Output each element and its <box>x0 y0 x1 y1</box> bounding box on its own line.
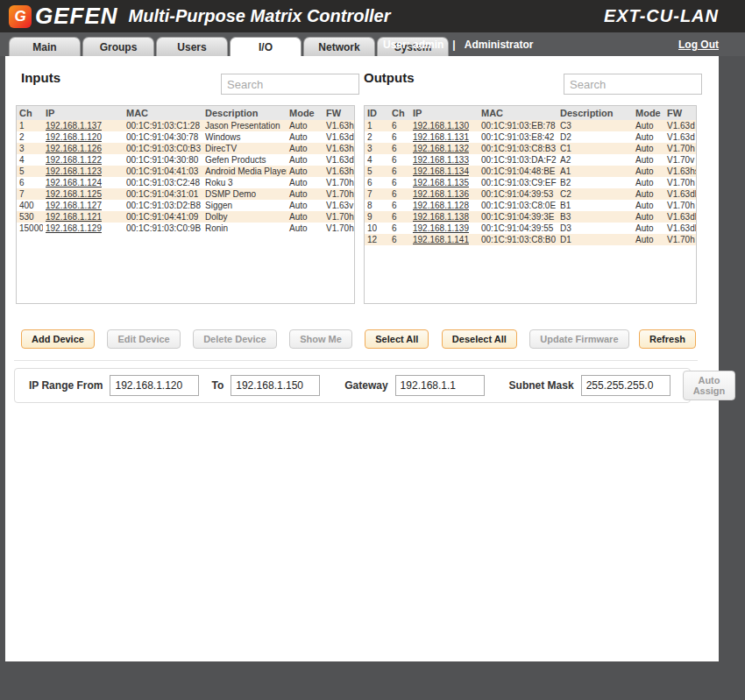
cell-ip[interactable]: 192.168.1.125 <box>43 188 124 200</box>
table-row[interactable]: 126192.168.1.14100:1C:91:03:C8:B0D1AutoV… <box>365 234 696 245</box>
cell-ip[interactable]: 192.168.1.131 <box>410 131 479 143</box>
column-header[interactable]: Description <box>202 106 287 120</box>
update-firmware-button[interactable]: Update Firmware <box>529 329 628 349</box>
device-ip-link[interactable]: 192.168.1.137 <box>46 121 102 131</box>
deselect-all-button[interactable]: Deselect All <box>442 329 517 349</box>
cell-ip[interactable]: 192.168.1.135 <box>410 177 479 188</box>
device-ip-link[interactable]: 192.168.1.131 <box>413 132 469 142</box>
cell-ip[interactable]: 192.168.1.138 <box>410 211 479 223</box>
device-ip-link[interactable]: 192.168.1.136 <box>413 189 469 199</box>
inputs-table: ChIPMACDescriptionModeFW 1192.168.1.1370… <box>16 105 355 304</box>
table-row[interactable]: 400192.168.1.12700:1C:91:03:D2:B8SiggenA… <box>17 200 354 211</box>
cell-ip[interactable]: 192.168.1.127 <box>43 200 124 211</box>
table-row[interactable]: 2192.168.1.12000:1C:91:04:30:78WindowsAu… <box>17 131 354 143</box>
table-row[interactable]: 66192.168.1.13500:1C:91:03:C9:EFB2AutoV1… <box>365 177 696 188</box>
device-ip-link[interactable]: 192.168.1.128 <box>413 201 469 210</box>
table-row[interactable]: 4192.168.1.12200:1C:91:04:30:80Gefen Pro… <box>17 154 354 166</box>
device-ip-link[interactable]: 192.168.1.125 <box>46 189 102 199</box>
table-row[interactable]: 1192.168.1.13700:1C:91:03:C1:28Jason Pre… <box>17 120 354 131</box>
column-header[interactable]: Mode <box>287 106 323 120</box>
column-header[interactable]: Mode <box>633 106 664 120</box>
device-ip-link[interactable]: 192.168.1.134 <box>413 166 469 176</box>
ip-range-from-field[interactable] <box>110 375 199 396</box>
column-header[interactable]: IP <box>410 106 479 120</box>
table-row[interactable]: 46192.168.1.13300:1C:91:03:DA:F2A2AutoV1… <box>365 154 696 166</box>
cell-ip[interactable]: 192.168.1.123 <box>43 166 124 177</box>
cell-ip[interactable]: 192.168.1.133 <box>410 154 479 166</box>
table-row[interactable]: 106192.168.1.13900:1C:91:04:39:55D3AutoV… <box>365 223 696 234</box>
device-ip-link[interactable]: 192.168.1.130 <box>413 121 469 131</box>
cell-ip[interactable]: 192.168.1.134 <box>410 166 479 177</box>
column-header[interactable]: Description <box>557 106 633 120</box>
delete-device-button[interactable]: Delete Device <box>193 329 277 349</box>
device-ip-link[interactable]: 192.168.1.122 <box>46 155 102 165</box>
cell-ip[interactable]: 192.168.1.132 <box>410 143 479 154</box>
table-row[interactable]: 3192.168.1.12600:1C:91:03:C0:B3DirecTVAu… <box>17 143 354 154</box>
tab-network[interactable]: Network <box>303 37 375 56</box>
auto-assign-button[interactable]: Auto Assign <box>683 371 736 400</box>
add-device-button[interactable]: Add Device <box>21 329 95 349</box>
device-ip-link[interactable]: 192.168.1.120 <box>46 132 102 142</box>
subnet-mask-field[interactable] <box>581 375 670 396</box>
device-ip-link[interactable]: 192.168.1.132 <box>413 144 469 153</box>
cell-mode: Auto <box>633 166 664 177</box>
cell-ip[interactable]: 192.168.1.130 <box>410 120 479 131</box>
cell-ip[interactable]: 192.168.1.126 <box>43 143 124 154</box>
cell-ip[interactable]: 192.168.1.128 <box>410 200 479 211</box>
tab-main[interactable]: Main <box>9 37 81 56</box>
table-row[interactable]: 6192.168.1.12400:1C:91:03:C2:48Roku 3Aut… <box>17 177 354 188</box>
device-ip-link[interactable]: 192.168.1.138 <box>413 212 469 222</box>
column-header[interactable]: Ch <box>17 106 43 120</box>
table-row[interactable]: 16192.168.1.13000:1C:91:03:EB:78C3AutoV1… <box>365 120 696 131</box>
outputs-header-row: IDChIPMACDescriptionModeFW <box>365 106 696 120</box>
column-header[interactable]: ID <box>365 106 389 120</box>
device-ip-link[interactable]: 192.168.1.126 <box>46 144 102 153</box>
cell-ip[interactable]: 192.168.1.137 <box>43 120 124 131</box>
cell-ip[interactable]: 192.168.1.129 <box>43 223 124 234</box>
tab-users[interactable]: Users <box>156 37 228 56</box>
tab-io[interactable]: I/O <box>230 37 302 56</box>
device-ip-link[interactable]: 192.168.1.141 <box>413 235 469 244</box>
cell-ip[interactable]: 192.168.1.139 <box>410 223 479 234</box>
device-ip-link[interactable]: 192.168.1.124 <box>46 178 102 187</box>
cell-ip[interactable]: 192.168.1.136 <box>410 188 479 200</box>
table-row[interactable]: 86192.168.1.12800:1C:91:03:C8:0EB1AutoV1… <box>365 200 696 211</box>
column-header[interactable]: MAC <box>124 106 202 120</box>
inputs-search-input[interactable] <box>221 74 359 95</box>
device-ip-link[interactable]: 192.168.1.129 <box>46 223 102 233</box>
select-all-button[interactable]: Select All <box>365 329 429 349</box>
outputs-search-input[interactable] <box>564 74 702 95</box>
show-me-button[interactable]: Show Me <box>289 329 352 349</box>
device-ip-link[interactable]: 192.168.1.139 <box>413 223 469 233</box>
table-row[interactable]: 15000192.168.1.12900:1C:91:03:C0:9BRonin… <box>17 223 354 234</box>
cell-ip[interactable]: 192.168.1.120 <box>43 131 124 143</box>
logout-link[interactable]: Log Out <box>678 39 719 51</box>
table-row[interactable]: 26192.168.1.13100:1C:91:03:E8:42D2AutoV1… <box>365 131 696 143</box>
device-ip-link[interactable]: 192.168.1.123 <box>46 166 102 176</box>
ip-range-to-field[interactable] <box>231 375 320 396</box>
table-row[interactable]: 76192.168.1.13600:1C:91:04:39:53C2AutoV1… <box>365 188 696 200</box>
column-header[interactable]: MAC <box>479 106 557 120</box>
gateway-field[interactable] <box>395 375 485 396</box>
table-row[interactable]: 36192.168.1.13200:1C:91:03:C8:B3C1AutoV1… <box>365 143 696 154</box>
table-row[interactable]: 530192.168.1.12100:1C:91:04:41:09DolbyAu… <box>17 211 354 223</box>
table-row[interactable]: 56192.168.1.13400:1C:91:04:48:BEA1AutoV1… <box>365 166 696 177</box>
device-ip-link[interactable]: 192.168.1.121 <box>46 212 102 222</box>
table-row[interactable]: 96192.168.1.13800:1C:91:04:39:3EB3AutoV1… <box>365 211 696 223</box>
cell-ip[interactable]: 192.168.1.124 <box>43 177 124 188</box>
column-header[interactable]: FW <box>323 106 354 120</box>
column-header[interactable]: Ch <box>389 106 410 120</box>
refresh-button[interactable]: Refresh <box>639 329 696 349</box>
cell-ip[interactable]: 192.168.1.141 <box>410 234 479 245</box>
table-row[interactable]: 7192.168.1.12500:1C:91:04:31:01DSMP Demo… <box>17 188 354 200</box>
device-ip-link[interactable]: 192.168.1.133 <box>413 155 469 165</box>
device-ip-link[interactable]: 192.168.1.135 <box>413 178 469 187</box>
device-ip-link[interactable]: 192.168.1.127 <box>46 201 102 210</box>
cell-ip[interactable]: 192.168.1.121 <box>43 211 124 223</box>
cell-ip[interactable]: 192.168.1.122 <box>43 154 124 166</box>
table-row[interactable]: 5192.168.1.12300:1C:91:04:41:03Android M… <box>17 166 354 177</box>
edit-device-button[interactable]: Edit Device <box>107 329 180 349</box>
column-header[interactable]: FW <box>664 106 696 120</box>
column-header[interactable]: IP <box>43 106 124 120</box>
tab-groups[interactable]: Groups <box>82 37 154 56</box>
